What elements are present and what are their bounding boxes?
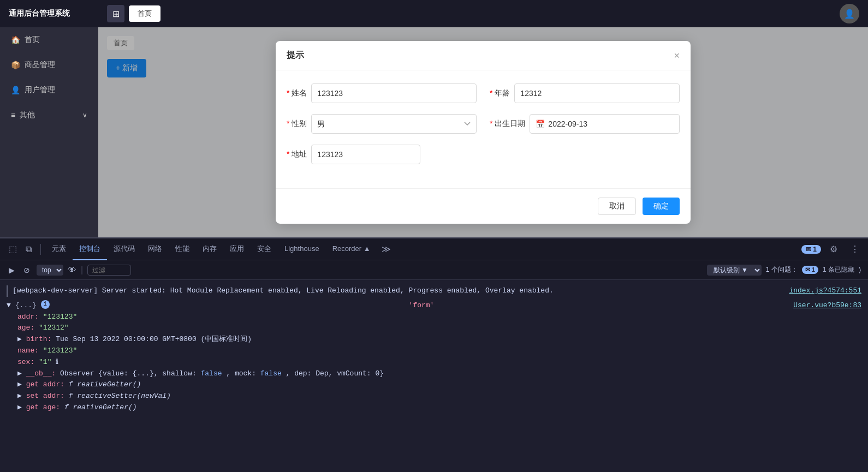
settings-icon[interactable]: ⚙ <box>825 244 842 254</box>
issues-badge: ✉ 1 <box>802 266 818 274</box>
right-panel: ⊞ 首页 👤 首页 + 新增 提示 <box>98 0 868 237</box>
observer-line: ▶ __ob__: Observer {value: {...}, shallo… <box>7 368 861 380</box>
sidebar-item-home[interactable]: 🏠 首页 <box>0 27 98 52</box>
menu-icon[interactable]: ⋮ <box>846 244 864 254</box>
server-message-link[interactable]: index.js?4574:551 <box>789 285 861 297</box>
dialog-title: 提示 <box>287 50 304 61</box>
dialog-overlay: 提示 × * 姓名 <box>98 27 868 237</box>
gender-select[interactable]: 男 女 <box>311 114 477 134</box>
filter-input[interactable] <box>87 265 131 276</box>
age-label: * 年龄 <box>490 88 510 98</box>
age-input[interactable] <box>514 83 680 103</box>
prop-birth: ▶ birth: Tue Sep 13 2022 00:00:00 GMT+08… <box>17 334 861 345</box>
devtools-tabs: ⬚ ⧉ 元素 控制台 源代码 网络 性能 内存 应用 <box>0 238 868 260</box>
required-star-gender: * <box>287 119 289 128</box>
tab-memory[interactable]: 内存 <box>196 238 223 260</box>
sidebar-products-label: 商品管理 <box>25 60 55 70</box>
age-key: age: <box>17 324 34 332</box>
obj-expand-toggle[interactable]: ▼ <box>7 300 11 312</box>
name-label: * 姓名 <box>287 88 307 98</box>
grid-icon[interactable]: ⊞ <box>107 5 124 22</box>
stop-icon[interactable]: ⊘ <box>21 265 32 276</box>
birth-label: * 出生日期 <box>490 119 525 129</box>
sidebar-item-other[interactable]: ≡ 其他 ∨ <box>0 103 98 128</box>
hidden-label: 1 条已隐藏 <box>823 265 854 274</box>
toolbar-right: 默认级别 ▼ 1 个问题： ✉ 1 1 条已隐藏 ⟩ <box>707 265 861 276</box>
get-addr-expand[interactable]: ▶ <box>17 380 22 389</box>
prop-age: age: "12312" <box>17 322 861 334</box>
tab-sources[interactable]: 源代码 <box>107 238 141 260</box>
required-star-addr: * <box>287 150 289 158</box>
sidebar-home-label: 首页 <box>25 35 40 45</box>
content-area: 首页 + 新增 提示 × <box>98 27 868 237</box>
get-age-expand[interactable]: ▶ <box>17 403 22 411</box>
name-val: "123123" <box>43 346 77 355</box>
toolbar-sep: | <box>81 265 83 275</box>
run-icon[interactable]: ▶ <box>7 265 17 276</box>
badge-icon: ✉ <box>806 246 811 253</box>
form-group-name: * 姓名 <box>287 83 477 103</box>
tab-elements[interactable]: 元素 <box>45 238 73 260</box>
ob-false1: false <box>201 369 222 378</box>
dialog-footer: 取消 确定 <box>276 188 691 224</box>
devtools-panel: ⬚ ⧉ 元素 控制台 源代码 网络 性能 内存 应用 <box>0 237 868 472</box>
devtools-toolbar: ▶ ⊘ top 👁 | 默认级别 ▼ 1 个问题： ✉ 1 1 条已隐藏 ⟩ <box>0 260 868 280</box>
dialog-body: * 姓名 * 年龄 <box>276 70 691 188</box>
set-addr-expand[interactable]: ▶ <box>17 392 22 400</box>
form-row-3: * 地址 <box>287 145 680 164</box>
birth-date-value: 2022-09-13 <box>548 120 587 128</box>
ob-expand[interactable]: ▶ <box>17 369 22 378</box>
calendar-icon: 📅 <box>536 120 545 128</box>
inspect-icon[interactable]: ⧉ <box>21 244 36 254</box>
addr-val: "123123" <box>43 313 77 321</box>
addr-label: * 地址 <box>287 150 307 159</box>
sidebar-item-products[interactable]: 📦 商品管理 <box>0 52 98 77</box>
name-input[interactable] <box>311 83 477 103</box>
required-star: * <box>287 88 289 97</box>
prop-sex: sex: "1" ℹ <box>17 357 861 368</box>
ob-val: Observer {value: {...}, shallow: <box>60 369 200 378</box>
chevron-down-icon: ∨ <box>82 111 87 119</box>
level-select[interactable]: 默认级别 ▼ <box>707 265 762 276</box>
sidebar-item-users[interactable]: 👤 用户管理 <box>0 77 98 103</box>
ob-false2: false <box>260 369 282 378</box>
cursor-icon[interactable]: ⬚ <box>4 244 21 254</box>
context-select[interactable]: top <box>37 265 63 276</box>
issues-label: 1 个问题： <box>766 265 798 274</box>
hidden-arrow: ⟩ <box>859 266 861 274</box>
confirm-button[interactable]: 确定 <box>643 198 680 215</box>
gender-label: * 性别 <box>287 119 307 129</box>
tab-network[interactable]: 网络 <box>141 238 169 260</box>
topbar: ⊞ 首页 👤 <box>98 0 868 27</box>
server-message-text: [webpack-dev-server] Server started: Hot… <box>13 285 554 297</box>
obj-props: addr: "123123" age: "12312" ▶ birth: Tue… <box>7 312 861 368</box>
sidebar-title: 通用后台管理系统 <box>0 0 98 27</box>
tab-lighthouse[interactable]: Lighthouse <box>278 238 326 260</box>
required-star-age: * <box>490 88 492 97</box>
product-icon: 📦 <box>11 61 20 69</box>
message-badge: ✉ 1 <box>801 245 821 254</box>
obj-link[interactable]: User.vue?b59e:83 <box>793 300 861 312</box>
tab-recorder[interactable]: Recorder ▲ <box>326 238 377 260</box>
close-icon[interactable]: × <box>674 51 680 61</box>
addr-key: addr: <box>17 313 39 321</box>
addr-input[interactable] <box>311 145 420 164</box>
tab-sep <box>40 244 41 255</box>
eye-icon[interactable]: 👁 <box>68 265 76 275</box>
get-age-val: f reativeGetter() <box>64 403 137 411</box>
cancel-button[interactable]: 取消 <box>598 198 636 215</box>
tab-console[interactable]: 控制台 <box>73 238 107 260</box>
ob-comma1: , mock: <box>226 369 260 378</box>
sex-key: sex: <box>17 358 34 366</box>
main-area: 通用后台管理系统 🏠 首页 📦 商品管理 👤 用户管理 ≡ 其他 ∨ <box>0 0 868 237</box>
birth-expand[interactable]: ▶ <box>17 335 22 343</box>
home-tab[interactable]: 首页 <box>129 5 160 22</box>
more-tabs-icon[interactable]: ≫ <box>377 244 395 254</box>
tab-security[interactable]: 安全 <box>251 238 278 260</box>
tab-performance[interactable]: 性能 <box>169 238 196 260</box>
devtools-tab-right: ✉ 1 ⚙ ⋮ <box>801 244 864 254</box>
ob-rest: , dep: Dep, vmCount: 0} <box>286 369 384 378</box>
tab-application[interactable]: 应用 <box>223 238 251 260</box>
obj-header: ▼ {...} i 'form' User.vue?b59e:83 <box>7 300 861 312</box>
birth-date-input[interactable]: 📅 2022-09-13 <box>530 114 680 134</box>
